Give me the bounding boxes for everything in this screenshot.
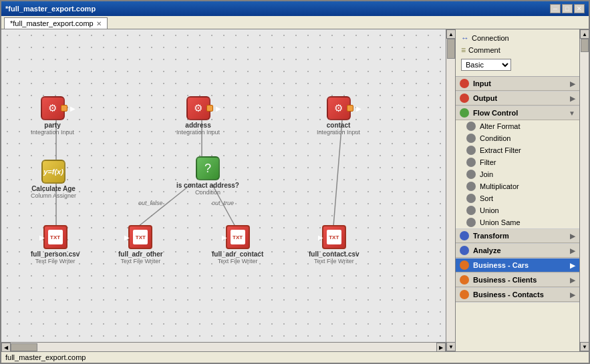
palette-item-condition[interactable]: Condition — [456, 132, 579, 144]
scroll-track-v[interactable] — [446, 39, 455, 342]
scroll-left-button[interactable]: ◀ — [1, 343, 11, 351]
palette-scroll[interactable]: Input ▶ Output — [456, 77, 579, 351]
txt-inner: TXT — [133, 230, 148, 244]
tab-bar: *full_master_export.comp ✕ — [1, 16, 589, 29]
node-full-contact[interactable]: ▶ TXT full_contact.csv Text File Writer — [309, 225, 359, 264]
palette-group-input-header[interactable]: Input ▶ — [456, 77, 579, 91]
palette-item-multiplicator[interactable]: Multiplicator — [456, 180, 579, 192]
sidebar-scroll-track[interactable] — [580, 39, 589, 342]
node-contact-label: contact — [327, 122, 351, 129]
business-cars-collapse-icon[interactable]: ▶ — [570, 262, 575, 269]
node-full-person-sublabel: Text File Writer — [35, 258, 76, 264]
basic-dropdown[interactable]: Basic Advanced — [461, 59, 511, 71]
palette-item-join[interactable]: Join — [456, 168, 579, 180]
palette-group-output: Output ▶ — [456, 92, 579, 106]
sort-icon — [466, 194, 476, 203]
palette-group-input: Input ▶ — [456, 77, 579, 92]
palette-group-business-cars-header[interactable]: Business - Cars ▶ — [456, 258, 579, 272]
node-address[interactable]: ⚙ ▶ address Integration Input — [176, 96, 220, 136]
node-full-person[interactable]: ▶ TXT full_person.csv Text File Writer — [31, 225, 80, 264]
comment-label: Comment — [468, 46, 500, 54]
node-party[interactable]: ⚙ ▶ party Integration Input — [31, 96, 74, 136]
arrow-right-icon: ▶ — [356, 105, 361, 112]
palette-item-union-same[interactable]: Union Same — [456, 216, 579, 228]
gear-icon: ⚙ — [334, 102, 343, 114]
input-group-label: Input — [473, 79, 491, 87]
title-bar-buttons: ─ □ ✕ — [550, 4, 585, 13]
palette-group-business-clients-header[interactable]: Business - Clients ▶ — [456, 273, 579, 287]
comment-item[interactable]: ≡ Comment — [458, 44, 577, 56]
palette-group-output-header[interactable]: Output ▶ — [456, 92, 579, 106]
scroll-right-button[interactable]: ▶ — [436, 343, 446, 351]
close-window-button[interactable]: ✕ — [574, 4, 585, 13]
horizontal-scrollbar[interactable]: ◀ ▶ — [1, 342, 446, 351]
vertical-scrollbar[interactable]: ▲ ▼ — [446, 29, 455, 351]
node-is-contact[interactable]: ? is contact address? Condition — [176, 156, 239, 196]
scroll-up-button[interactable]: ▲ — [446, 29, 455, 39]
palette-group-analyze-header[interactable]: Analyze ▶ — [456, 244, 579, 258]
node-full-adr-other-label: full_adr_other — [118, 250, 163, 258]
palette-group-flow-header[interactable]: Flow Control ▼ — [456, 106, 579, 120]
node-contact[interactable]: ⚙ ▶ contact Integration Input — [317, 96, 360, 136]
tab-label: *full_master_export.comp — [10, 19, 94, 27]
transform-collapse-icon[interactable]: ▶ — [570, 232, 575, 240]
tab-close-button[interactable]: ✕ — [96, 20, 102, 27]
svg-line-5 — [333, 120, 342, 226]
alter-format-icon — [466, 122, 476, 131]
txt-label: TXT — [233, 234, 243, 240]
txt-label: TXT — [50, 234, 60, 240]
header-content: Output — [460, 94, 497, 103]
node-full-contact-box: ▶ TXT — [322, 225, 346, 249]
header-content: Business - Clients — [460, 275, 537, 285]
node-full-person-box: ▶ TXT — [43, 225, 67, 249]
palette-group-business-contacts-header[interactable]: Business - Contacts ▶ — [456, 288, 579, 302]
connection-item[interactable]: ↔ Connection — [458, 32, 577, 44]
scroll-track-h[interactable] — [11, 343, 436, 351]
business-clients-collapse-icon[interactable]: ▶ — [570, 277, 575, 284]
node-calc-age[interactable]: y=f(x) Calculate Age Column Assigner — [31, 160, 76, 199]
palette-item-extract-filter[interactable]: Extract Filter — [456, 144, 579, 156]
palette-group-transform-header[interactable]: Transform ▶ — [456, 229, 579, 243]
business-contacts-group-icon — [460, 290, 469, 299]
node-full-adr-contact[interactable]: ▶ TXT full_adr_contact Text File Writer — [212, 225, 263, 264]
output-collapse-icon[interactable]: ▶ — [570, 95, 575, 102]
canvas-area[interactable]: ⚙ ▶ party Integration Input ⚙ ▶ address … — [1, 29, 455, 351]
arrow-in-icon: ▶ — [39, 234, 45, 241]
node-full-adr-contact-sublabel: Text File Writer — [218, 258, 258, 264]
active-tab[interactable]: *full_master_export.comp ✕ — [4, 17, 108, 29]
scroll-down-button[interactable]: ▼ — [446, 342, 455, 351]
palette-item-union[interactable]: Union — [456, 204, 579, 216]
node-full-adr-other[interactable]: ▶ TXT full_adr_other Text File Writer — [118, 225, 163, 264]
maximize-button[interactable]: □ — [562, 4, 573, 13]
txt-label: TXT — [136, 234, 146, 240]
node-party-box: ⚙ ▶ — [41, 96, 65, 120]
palette-item-alter-format[interactable]: Alter Format — [456, 120, 579, 132]
sidebar-scroll-up[interactable]: ▲ — [580, 29, 589, 39]
palette-item-filter[interactable]: Filter — [456, 156, 579, 168]
txt-label: TXT — [329, 234, 339, 240]
sidebar-scroll-down[interactable]: ▼ — [580, 342, 589, 351]
analyze-group-icon — [460, 246, 469, 255]
extract-filter-icon — [466, 146, 476, 155]
union-label: Union — [480, 206, 499, 214]
condition-icon — [466, 134, 476, 143]
input-collapse-icon[interactable]: ▶ — [570, 80, 575, 87]
comment-icon: ≡ — [461, 45, 466, 55]
sidebar-scroll-thumb[interactable] — [581, 39, 589, 52]
flow-collapse-icon[interactable]: ▼ — [569, 110, 575, 117]
node-contact-sublabel: Integration Input — [317, 129, 360, 136]
palette-group-business-cars: Business - Cars ▶ — [456, 258, 579, 273]
sidebar-top: ↔ Connection ≡ Comment Basic Advanced — [456, 29, 579, 77]
palette-item-sort[interactable]: Sort — [456, 192, 579, 204]
dropdown-row: Basic Advanced — [458, 56, 577, 73]
analyze-collapse-icon[interactable]: ▶ — [570, 247, 575, 254]
business-contacts-collapse-icon[interactable]: ▶ — [570, 291, 575, 299]
node-party-sublabel: Integration Input — [31, 129, 74, 136]
scroll-thumb-h[interactable] — [11, 343, 37, 351]
flow-group-icon — [460, 108, 469, 118]
sidebar: ↔ Connection ≡ Comment Basic Advanced — [455, 29, 589, 351]
minimize-button[interactable]: ─ — [550, 4, 561, 13]
sidebar-scrollbar[interactable]: ▲ ▼ — [579, 29, 589, 351]
scroll-thumb-v[interactable] — [447, 39, 455, 59]
palette-group-transform: Transform ▶ — [456, 229, 579, 244]
